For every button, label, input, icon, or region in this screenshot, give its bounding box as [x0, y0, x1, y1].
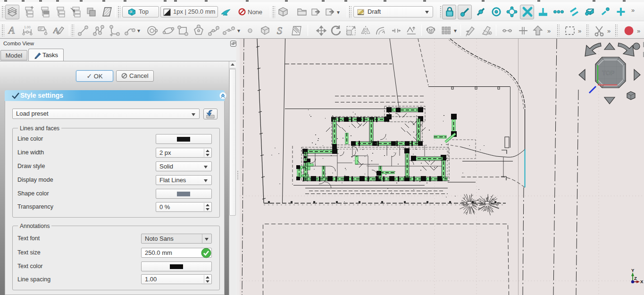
svg-text:Z: Z [634, 276, 637, 281]
svg-text:TOP: TOP [602, 69, 615, 76]
svg-text:Y: Y [631, 268, 635, 273]
svg-text:X: X [640, 279, 644, 284]
